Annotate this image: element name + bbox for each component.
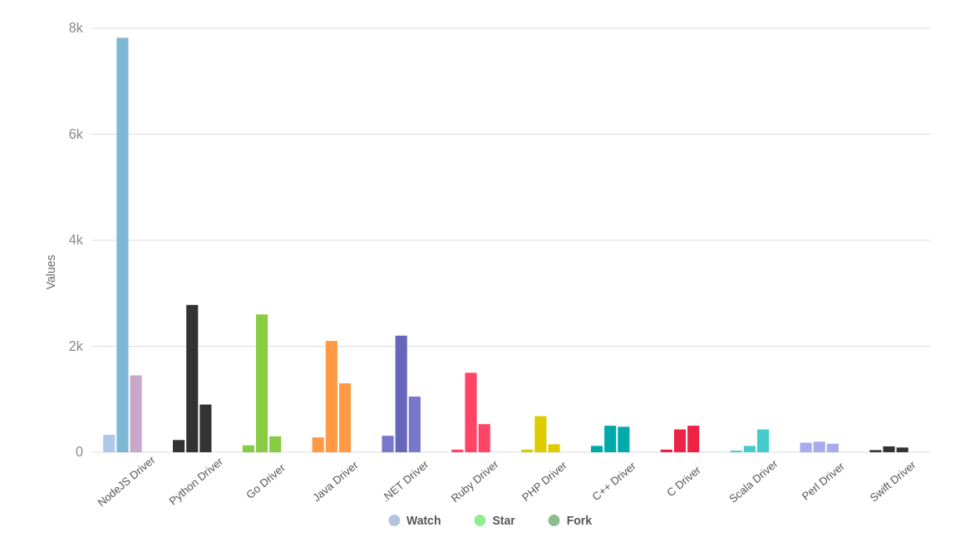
chart-container: Values 0 2k 4k 6k 8k (33, 12, 948, 535)
svg-text:Go Driver: Go Driver (244, 461, 288, 501)
svg-text:PHP Driver: PHP Driver (520, 459, 569, 504)
svg-text:6k: 6k (68, 126, 83, 141)
bar (186, 305, 198, 452)
svg-text:Python Driver: Python Driver (166, 455, 225, 508)
svg-text:C++ Driver: C++ Driver (589, 459, 638, 503)
svg-text:8k: 8k (68, 20, 83, 35)
svg-text:Perl Driver: Perl Driver (799, 460, 847, 503)
svg-text:NodeJS Driver: NodeJS Driver (95, 453, 157, 509)
star-label: Star (492, 514, 515, 527)
bar (478, 424, 490, 452)
bar (660, 450, 672, 452)
bar (673, 430, 685, 452)
bar (730, 451, 741, 452)
bar (338, 383, 350, 452)
bar (103, 435, 115, 452)
bar (242, 446, 254, 452)
bar (451, 450, 463, 452)
bar (534, 416, 546, 452)
bar (896, 447, 908, 452)
bar (269, 436, 281, 452)
svg-text:Swift Driver: Swift Driver (867, 458, 918, 504)
bar (604, 426, 616, 452)
bar-chart: 0 2k 4k 6k 8k (91, 28, 931, 452)
fork-label: Fork (567, 514, 592, 527)
svg-text:0: 0 (75, 444, 82, 459)
bar (130, 376, 141, 452)
legend-watch: Watch (388, 514, 441, 527)
bar (800, 443, 811, 452)
bar (521, 450, 533, 452)
legend-fork: Fork (549, 514, 592, 527)
y-axis-label: Values (43, 255, 57, 290)
bar (172, 440, 184, 452)
bar (826, 444, 838, 452)
bar (395, 336, 406, 452)
svg-text:Scala Driver: Scala Driver (726, 457, 781, 505)
bar (883, 446, 894, 452)
chart-legend: Watch Star Fork (388, 514, 592, 527)
bar (465, 372, 476, 452)
bar (687, 426, 699, 452)
bar (548, 444, 559, 452)
bar (618, 426, 629, 452)
fork-dot (549, 515, 560, 526)
bar (869, 450, 881, 452)
svg-text:Ruby Driver: Ruby Driver (448, 457, 500, 505)
svg-text:2k: 2k (68, 338, 83, 353)
svg-text:4k: 4k (68, 232, 83, 247)
bar (743, 446, 755, 452)
svg-text:C Driver: C Driver (664, 463, 703, 499)
chart-area: 0 2k 4k 6k 8k (91, 28, 931, 452)
bar (312, 437, 323, 452)
watch-dot (388, 515, 400, 526)
svg-text:Java Driver: Java Driver (310, 458, 361, 504)
watch-label: Watch (406, 514, 441, 527)
star-dot (474, 515, 485, 526)
bar (408, 397, 420, 452)
bar (590, 446, 602, 452)
bar (382, 436, 393, 452)
bar (325, 341, 337, 452)
svg-text:.NET Driver: .NET Driver (379, 458, 431, 505)
bar (199, 405, 211, 452)
bar (116, 37, 128, 452)
bar (756, 430, 768, 452)
bar (255, 314, 267, 452)
legend-star: Star (474, 514, 515, 527)
bar (813, 441, 825, 452)
